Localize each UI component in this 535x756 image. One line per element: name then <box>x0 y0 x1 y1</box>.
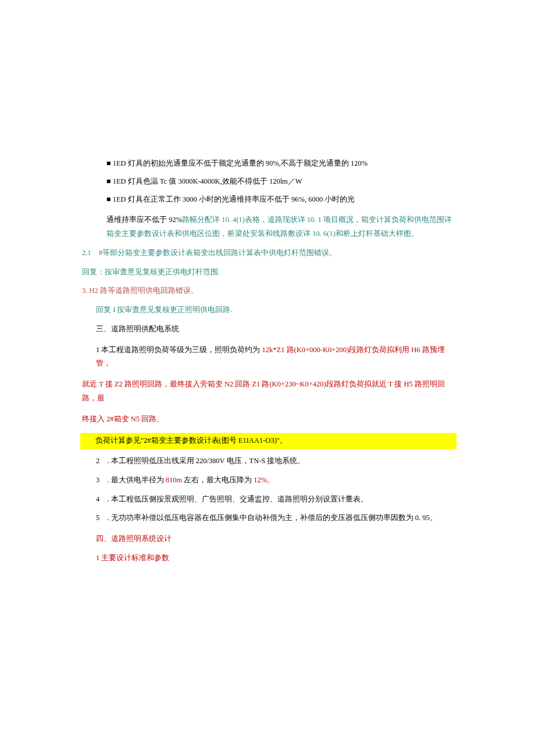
num-2: 2 . 本工程照明低压出线采用 220/380V 电压，TN-S 接地系统。 <box>82 454 455 468</box>
bullet-3: 1ED 灯具在正常工作 3000 小时的光通维持率应不低于 96%, 6000 … <box>82 193 455 207</box>
num-3-d: 12%。 <box>254 476 274 484</box>
heading-4: 四、道路照明系统设计 <box>82 532 455 546</box>
heading-3: 三、道路照明供配电系统 <box>82 323 455 336</box>
highlight-text: 负荷计算参见"2#箱变主要参数设计表(图号 E1IAA1-O3)"。 <box>80 433 456 449</box>
num-3-c: 左右，最大电压降为 <box>184 476 254 484</box>
reply-1: 回复：按审查意见复核更正供电灯杆范围. <box>82 266 455 280</box>
num-4: 4 . 本工程低压侧按景观照明、广告照明、交通监控、道路照明分别设置计量表。 <box>82 493 455 507</box>
para-2-black: 1 本工程道路照明负荷等级为三级，照明负荷约为 <box>96 346 262 354</box>
sec-2-1: 2.1 #等部分箱变主要参数设计表箱变出线回路计算表中供电灯杆范围错误。 <box>82 246 455 260</box>
para-cont-black: 通维持率应不低于 92% <box>106 216 182 224</box>
num-3-b: 810m <box>166 476 184 484</box>
num-3-a: 3 . 最大供电半径为 <box>96 476 166 484</box>
num-5: 5 . 无功功率补偿以低压电容器在低压侧集中自动补偿为主，补偿后的变压器低压侧功… <box>82 511 455 525</box>
bullet-2: 1ED 灯具色温 Tc 值 3000K-4000K,效能不得低于 120lm／W <box>82 175 455 189</box>
para-continuation: 通维持率应不低于 92%路幅分配详 10. 4(1)表格，道路现状详 10. 1… <box>82 213 455 241</box>
sec-3: 3. H2 路等道路照明供电回路错误。 <box>82 284 455 298</box>
highlight-wrap: 负荷计算参见"2#箱变主要参数设计表(图号 E1IAA1-O3)"。 <box>80 433 456 449</box>
bullet-1: 1ED 灯具的初始光通量应不低于额定光通量的 90%,不高于额定光通量的 120… <box>82 157 455 171</box>
reply-2: 回复 I 按审查意见复核更正照明供电回路. <box>82 303 455 317</box>
para-3: 就近 T 接 Z2 路照明回路，最终接入旁箱变 N2 回路 Z1 路(K0+23… <box>82 378 455 406</box>
heading-4-sub: 1 主要设计标准和参数 <box>82 551 455 565</box>
para-2: 1 本工程道路照明负荷等级为三级，照明负荷约为 12k*Z1 路(K0+000-… <box>82 343 455 371</box>
para-4: 终接入 2#箱变 N5 回路。 <box>82 413 455 427</box>
num-3: 3 . 最大供电半径为 810m 左右，最大电压降为 12%。 <box>82 474 455 488</box>
